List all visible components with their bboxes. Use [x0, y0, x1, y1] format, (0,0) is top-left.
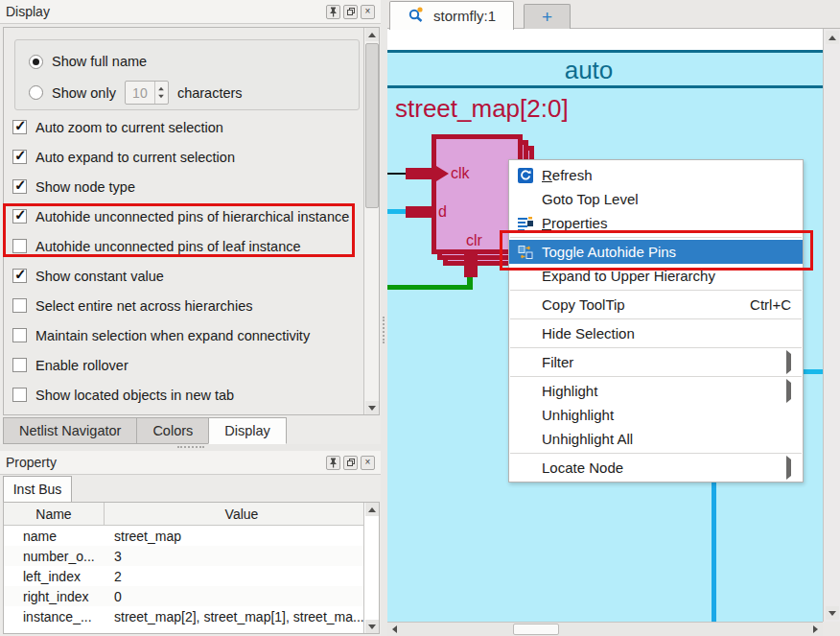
scroll-right-icon[interactable] — [809, 624, 822, 635]
checkbox[interactable] — [12, 328, 27, 342]
vertical-splitter[interactable] — [381, 0, 387, 636]
menu-item-label: Unhighlight All — [542, 431, 633, 447]
wire-vertical-blue[interactable] — [712, 482, 716, 622]
wire-clk[interactable] — [387, 173, 407, 175]
tab-inst-bus[interactable]: Inst Bus — [3, 476, 72, 502]
option-maintain-selection[interactable]: Maintain selection when expand connectiv… — [12, 328, 358, 342]
spin-up-icon[interactable] — [159, 87, 165, 91]
menu-item-unhighlight[interactable]: Unhighlight — [509, 403, 803, 427]
horizontal-splitter[interactable] — [0, 444, 381, 451]
close-panel-icon[interactable]: × — [361, 456, 375, 470]
checkbox-label: Enable rollover — [35, 358, 128, 373]
viewer-tabbar: stormfly:1 + — [387, 0, 840, 29]
scroll-up-icon[interactable] — [365, 28, 379, 41]
float-panel-icon[interactable] — [343, 5, 358, 19]
menu-item-goto-top-level[interactable]: Goto Top Level — [509, 187, 803, 211]
menu-item-locate-node[interactable]: Locate Node — [509, 456, 803, 480]
property-table-scrollbar[interactable] — [363, 503, 379, 633]
checkbox[interactable] — [12, 239, 27, 253]
option-autohide-leaf[interactable]: Autohide unconnected pins of leaf instan… — [12, 239, 358, 253]
display-panel-scrollbar[interactable] — [363, 28, 379, 414]
radio-show-full-name[interactable]: Show full name — [29, 54, 147, 69]
tab-label: Netlist Navigator — [19, 423, 121, 438]
column-header-name[interactable]: Name — [4, 503, 105, 525]
pin-stub-clr[interactable] — [464, 252, 478, 277]
scroll-down-icon[interactable] — [365, 620, 379, 633]
menu-item-refresh[interactable]: Refresh — [509, 163, 803, 187]
checkbox[interactable] — [12, 388, 27, 402]
tab-netlist-navigator[interactable]: Netlist Navigator — [3, 417, 136, 444]
wire-clr-horizontal[interactable] — [387, 285, 473, 290]
menu-separator — [510, 347, 802, 348]
new-tab-button[interactable]: + — [524, 4, 571, 30]
menu-separator — [510, 453, 802, 454]
spin-down-icon[interactable] — [159, 95, 165, 99]
option-show-constant[interactable]: Show constant value — [12, 269, 358, 283]
tab-display[interactable]: Display — [208, 417, 287, 444]
table-row[interactable]: namestreet_map — [4, 526, 379, 546]
checkbox[interactable] — [12, 150, 27, 164]
tab-colors[interactable]: Colors — [136, 417, 208, 444]
tab-label: Display — [224, 423, 270, 438]
tab-label: stormfly:1 — [433, 8, 496, 24]
scroll-down-icon[interactable] — [365, 401, 379, 414]
option-enable-rollover[interactable]: Enable rollover — [12, 358, 358, 372]
spinner-buttons[interactable] — [154, 82, 168, 104]
close-panel-icon[interactable]: × — [361, 5, 375, 19]
menu-item-filter[interactable]: Filter — [509, 350, 803, 374]
scroll-up-icon[interactable] — [826, 31, 839, 44]
menu-item-expand-to-upper-hierarchy[interactable]: Expand to Upper Hierarchy — [509, 264, 803, 288]
checkbox-label: Show constant value — [35, 269, 164, 284]
checkbox[interactable] — [12, 358, 27, 372]
pin-label-clr: clr — [466, 232, 482, 249]
canvas-horizontal-scrollbar[interactable] — [387, 622, 823, 636]
pin-stub-d[interactable] — [406, 206, 432, 218]
property-table-header: Name Value — [4, 503, 379, 526]
radio-show-only[interactable]: Show only 10 characters — [29, 81, 243, 105]
option-auto-expand[interactable]: Auto expand to current selection — [12, 150, 358, 164]
menu-item-highlight[interactable]: Highlight — [509, 379, 803, 403]
menu-item-unhighlight-all[interactable]: Unhighlight All — [509, 427, 803, 451]
table-row[interactable]: instance_...street_map[2], street_map[1]… — [4, 606, 379, 626]
menu-item-properties[interactable]: Properties — [509, 211, 803, 235]
table-row[interactable]: left_index2 — [4, 566, 379, 586]
property-value: 3 — [105, 549, 379, 564]
menu-item-hide-selection[interactable]: Hide Selection — [509, 321, 803, 345]
characters-spinbox[interactable]: 10 — [125, 81, 169, 105]
checkbox-label: Show located objects in new tab — [35, 388, 234, 403]
option-show-node-type[interactable]: Show node type — [12, 179, 358, 194]
tab-stormfly[interactable]: stormfly:1 — [389, 1, 514, 30]
menu-item-label: Toggle Autohide Pins — [542, 244, 676, 260]
table-row[interactable]: number_o...3 — [4, 546, 379, 566]
checkbox[interactable] — [12, 179, 27, 194]
table-row[interactable]: right_index0 — [4, 586, 379, 606]
checkbox[interactable] — [12, 269, 27, 283]
float-panel-icon[interactable] — [343, 456, 358, 470]
pin-icon[interactable] — [326, 456, 340, 470]
pin-icon[interactable] — [326, 5, 340, 19]
menu-item-copy-tooltip[interactable]: Copy ToolTip Ctrl+C — [509, 293, 803, 317]
scrollbar-thumb[interactable] — [365, 43, 379, 208]
option-located-objects-new-tab[interactable]: Show located objects in new tab — [12, 388, 358, 402]
option-autohide-hierarchical[interactable]: Autohide unconnected pins of hierarchica… — [12, 209, 358, 224]
checkbox[interactable] — [12, 209, 27, 224]
wire-d[interactable] — [387, 209, 407, 214]
display-options-area: Show full name Show only 10 characters A… — [3, 27, 380, 415]
menu-separator — [510, 237, 802, 238]
radio-button[interactable] — [29, 55, 43, 69]
scroll-left-icon[interactable] — [388, 624, 401, 635]
option-select-entire-net[interactable]: Select entire net across hierarchies — [12, 298, 358, 313]
checkbox[interactable] — [12, 298, 27, 313]
checkbox-label: Select entire net across hierarchies — [35, 298, 252, 314]
scrollbar-thumb[interactable] — [513, 624, 559, 635]
option-auto-zoom[interactable]: Auto zoom to current selection — [12, 120, 358, 134]
scroll-up-icon[interactable] — [365, 503, 379, 516]
radio-button[interactable] — [29, 85, 43, 100]
column-header-value[interactable]: Value — [105, 503, 379, 525]
wire-horizontal-cyan[interactable] — [804, 369, 823, 374]
canvas-vertical-scrollbar[interactable] — [823, 29, 840, 622]
menu-item-toggle-autohide-pins[interactable]: Toggle Autohide Pins — [509, 240, 803, 264]
pin-stub-clk[interactable] — [406, 168, 432, 179]
scroll-down-icon[interactable] — [826, 606, 839, 620]
checkbox[interactable] — [12, 120, 27, 134]
